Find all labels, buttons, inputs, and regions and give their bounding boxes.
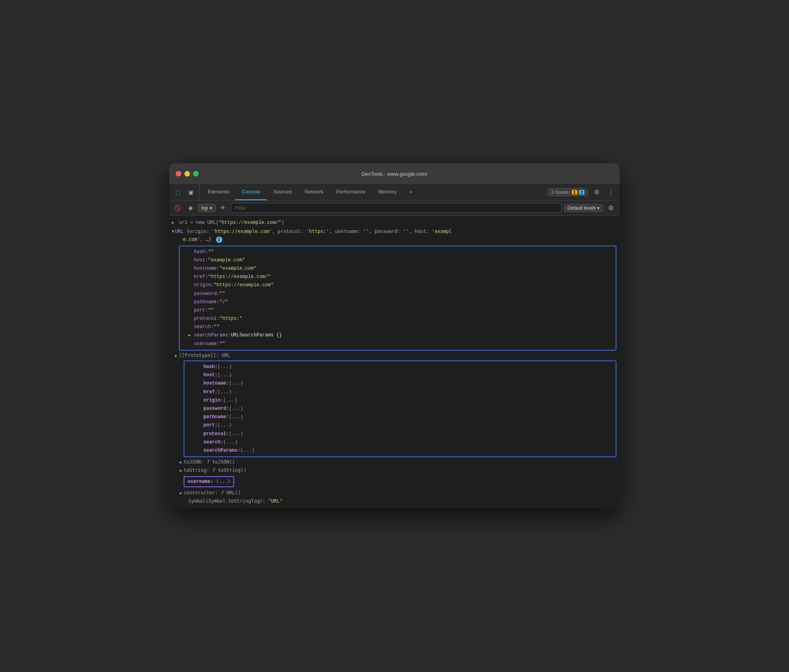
proto-password: password: (...): [184, 405, 616, 413]
symbol-line: Symbol(Symbol.toStringTag): "URL": [169, 497, 620, 505]
inspect-element-button[interactable]: ⬚: [173, 187, 184, 198]
tab-network[interactable]: Network: [299, 184, 330, 200]
tab-console[interactable]: Console: [235, 184, 267, 200]
tab-bar: ⬚ ▣ Elements Console Sources Network Per…: [169, 184, 620, 201]
proto-origin: origin: (...): [184, 396, 616, 405]
prop-search: search: "": [180, 323, 616, 331]
title-bar: DevTools - www.google.com/: [169, 163, 620, 184]
traffic-lights: [176, 171, 199, 176]
info-count: 2: [579, 190, 584, 195]
prop-searchparams: ▶ searchParams: URLSearchParams {}: [180, 331, 616, 340]
proto-hostname: hostname: (...): [184, 379, 616, 388]
devtools-window: DevTools - www.google.com/ ⬚ ▣ Elements …: [169, 163, 620, 509]
more-options-button[interactable]: ⋮: [605, 187, 616, 198]
tojson-line: ▶ toJSON: f toJSON(): [169, 458, 620, 466]
issues-badge[interactable]: 3 Issues: 1 2: [548, 188, 588, 196]
username-highlighted-container: username: (...): [169, 475, 620, 488]
settings-button[interactable]: ⚙: [591, 187, 602, 198]
prop-host: host: "example.com": [180, 256, 616, 265]
prop-protocol: protocol: "https:": [180, 315, 616, 323]
window-title: DevTools - www.google.com/: [362, 171, 428, 177]
proto-hash: hash: (...): [184, 363, 616, 371]
tabs: Elements Console Sources Network Perform…: [201, 184, 548, 200]
tab-sources[interactable]: Sources: [267, 184, 299, 200]
tab-more[interactable]: »: [403, 184, 419, 200]
maximize-button[interactable]: [193, 171, 199, 176]
tostring-arrow[interactable]: ▶: [180, 467, 182, 474]
filter-input[interactable]: [231, 203, 562, 213]
context-selector[interactable]: top ▾: [198, 204, 216, 212]
device-toolbar-button[interactable]: ▣: [185, 187, 196, 198]
context-label: top: [201, 205, 208, 211]
tojson-arrow[interactable]: ▶: [180, 459, 182, 466]
username-highlighted-box: username: (...): [184, 476, 234, 487]
prototype-arrow[interactable]: ▶: [175, 353, 177, 359]
clear-console-button[interactable]: 🚫: [173, 203, 183, 213]
minimize-button[interactable]: [184, 171, 190, 176]
close-button[interactable]: [176, 171, 181, 176]
filter-toggle-button[interactable]: ◉: [185, 203, 195, 213]
proto-port: port: (...): [184, 421, 616, 430]
collapse-arrow[interactable]: ▼: [172, 229, 174, 235]
prop-href: href: "https://example.com/": [180, 273, 616, 281]
prop-origin: origin: "https://example.com": [180, 281, 616, 289]
console-toolbar: 🚫 ◉ top ▾ 👁 Default levels ▾ ⚙: [169, 201, 620, 216]
url-object-header: URL {origin: 'https://example.com', prot…: [175, 229, 452, 234]
searchparams-arrow[interactable]: ▶: [188, 332, 191, 339]
eye-button[interactable]: 👁: [218, 203, 228, 213]
prototype-properties-box: hash: (...) host: (...) hostname: (...) …: [184, 360, 616, 457]
proto-searchparams: searchParams: (...): [184, 447, 616, 455]
info-icon[interactable]: i: [216, 237, 222, 243]
tostring-line: ▶ toString: f toString(): [169, 466, 620, 475]
issues-label: 3 Issues:: [551, 190, 570, 195]
console-content: ▶ url = new URL("https://example.com/") …: [169, 216, 620, 509]
instance-properties-box: hash: "" host: "example.com" hostname: "…: [179, 246, 616, 351]
constructor-line: ▶ constructor: f URL(): [169, 489, 620, 497]
prop-port: port: "": [180, 306, 616, 315]
tab-performance[interactable]: Performance: [330, 184, 372, 200]
console-settings-button[interactable]: ⚙: [605, 203, 616, 214]
prop-password: password: "": [180, 290, 616, 298]
console-input-line: ▶ url = new URL("https://example.com/"): [169, 219, 620, 227]
levels-dropdown[interactable]: Default levels ▾: [564, 204, 603, 212]
prop-username: username: "": [180, 340, 616, 348]
proto-search: search: (...): [184, 438, 616, 447]
prop-hostname: hostname: "example.com": [180, 265, 616, 273]
tab-right-controls: 3 Issues: 1 2 ⚙ ⋮: [548, 184, 616, 200]
prototype-line: ▶ [[Prototype]]: URL: [169, 351, 620, 360]
prop-hash: hash: "": [180, 248, 616, 256]
prop-pathname: pathname: "/": [180, 298, 616, 306]
proto-protocol: protocol: (...): [184, 430, 616, 438]
input-code: url = new URL("https://example.com/"): [179, 219, 284, 227]
tab-memory[interactable]: Memory: [372, 184, 403, 200]
proto-href: href: (...): [184, 388, 616, 396]
tab-elements[interactable]: Elements: [201, 184, 235, 200]
proto-host: host: (...): [184, 371, 616, 379]
url-object-header-cont: e.com', …} i: [175, 237, 222, 242]
proto-pathname: pathname: (...): [184, 413, 616, 421]
input-arrow: ▶: [172, 220, 174, 226]
chevron-down-icon: ▾: [210, 205, 212, 211]
constructor-arrow[interactable]: ▶: [180, 490, 182, 496]
tab-icons: ⬚ ▣: [173, 184, 200, 200]
url-object-container: ▼ URL {origin: 'https://example.com', pr…: [169, 227, 620, 244]
warning-count: 1: [572, 190, 577, 195]
